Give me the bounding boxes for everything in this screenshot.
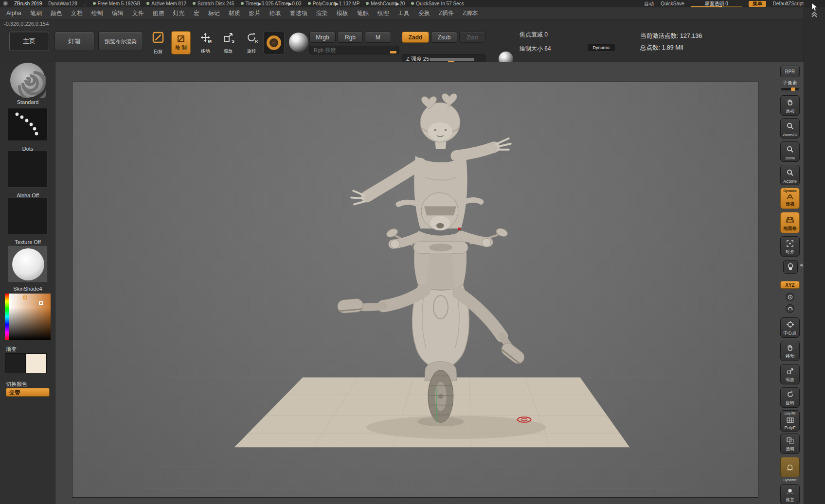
menu-macro[interactable]: 宏	[189, 7, 204, 19]
menu-stroke[interactable]: 笔触	[353, 7, 373, 19]
menu-edit[interactable]: 编辑	[108, 7, 128, 19]
actual-size-label: 100%	[785, 156, 795, 160]
menu-preferences[interactable]: 首选项	[286, 7, 312, 19]
menu-picker[interactable]: 拾取	[265, 7, 286, 19]
menu-marker[interactable]: 标记	[204, 7, 224, 19]
scroll-button[interactable]: 滚动	[780, 95, 800, 116]
edit-button[interactable]: Edit	[149, 31, 167, 54]
active-color-swatch[interactable]	[26, 353, 47, 373]
polyframe-button[interactable]: Line Fill PolyF	[780, 410, 800, 432]
color-picker[interactable]	[5, 294, 51, 340]
tray-divider-arrow-icon[interactable]: ◀	[799, 262, 803, 267]
subpixel-handle[interactable]	[791, 87, 795, 91]
menu-template[interactable]: 模板	[332, 7, 353, 19]
floor-grid-button[interactable]: 地面格	[780, 212, 800, 233]
menu-zplugin[interactable]: Z插件	[434, 7, 458, 19]
zbrush-logo-icon[interactable]	[3, 1, 8, 6]
lightbox-button[interactable]: 灯箱	[54, 32, 94, 51]
menu-document[interactable]: 文档	[67, 7, 87, 19]
zoom2d-button[interactable]: Zoom2D	[780, 118, 800, 139]
zadd-button[interactable]: Zadd	[402, 32, 429, 43]
visor	[424, 206, 456, 215]
current-brush-button[interactable]	[263, 31, 285, 54]
rotate-button[interactable]: R 旋转	[244, 32, 259, 54]
sym-toggle-icon-1[interactable]	[786, 293, 794, 301]
rgb-intensity-slider[interactable]: Rgb 强度	[309, 46, 399, 54]
xyz-button[interactable]: XYZ	[780, 281, 800, 289]
menu-draw[interactable]: 绘制	[87, 7, 108, 19]
interface-opacity-slider[interactable]: 界面透明 0	[691, 0, 742, 7]
hue-strip[interactable]	[5, 294, 9, 340]
quicksave-button[interactable]: QuickSave	[661, 1, 684, 6]
material-thumbnail[interactable]	[8, 245, 48, 282]
secondary-color-swatch[interactable]	[5, 353, 26, 373]
draw-crosshair-icon	[177, 35, 185, 43]
rgb-button[interactable]: Rgb	[338, 32, 363, 43]
menu-button[interactable]: 菜单	[749, 1, 766, 7]
zsub-button[interactable]: Zsub	[431, 32, 457, 43]
menu-transform[interactable]: 变换	[414, 7, 434, 19]
edit-pen-icon	[152, 31, 164, 44]
menu-zscript[interactable]: Z脚本	[458, 7, 482, 19]
menu-alpha[interactable]: Alpha	[2, 8, 26, 18]
total-points-count: 总点数: 1.89 Mil	[640, 44, 683, 52]
brush-thumbnail[interactable]	[10, 62, 46, 98]
texture-thumbnail[interactable]	[8, 197, 48, 234]
menu-render[interactable]: 渲染	[312, 7, 332, 19]
subpixel-label: 子像素	[780, 80, 800, 87]
status-dot-icon	[241, 2, 244, 5]
menu-material[interactable]: 材质	[224, 7, 245, 19]
default-zscript-label[interactable]: DefaultZScript	[773, 1, 804, 6]
menu-layer[interactable]: 图层	[148, 7, 169, 19]
pivot-button[interactable]: 中心点	[780, 317, 800, 338]
m-button[interactable]: M	[365, 32, 391, 43]
actual-size-button[interactable]: 100%	[780, 141, 800, 162]
home-button[interactable]: 主页	[9, 32, 49, 51]
saturation-value-square[interactable]	[9, 294, 51, 340]
menu-tool[interactable]: 工具	[394, 7, 414, 19]
local-symmetry-icon[interactable]	[783, 260, 798, 274]
preview-boolean-button[interactable]: 预览布尔渲染	[98, 32, 143, 51]
perspective-button[interactable]: Dynamic 透视	[780, 188, 800, 209]
color-selector-primary[interactable]	[23, 295, 27, 299]
horizontal-scrollbar-thumb[interactable]	[430, 58, 474, 61]
menu-brush[interactable]: 笔刷	[26, 7, 46, 19]
floor-grid-label: 地面格	[784, 226, 797, 232]
menu-file[interactable]: 文件	[128, 7, 148, 19]
switch-color-label: 切换颜色	[0, 381, 55, 388]
sym-toggle-icon-2[interactable]	[786, 304, 794, 313]
ghost-button[interactable]	[780, 457, 800, 477]
frame-button[interactable]: 对齐	[780, 236, 800, 257]
alternate-color-button[interactable]: 交替	[6, 388, 50, 397]
move-button[interactable]: M 移动	[197, 32, 213, 54]
alpha-thumbnail[interactable]	[8, 151, 48, 188]
rotate-3d-button[interactable]: 旋转	[780, 387, 800, 408]
rgb-intensity-handle[interactable]	[390, 51, 396, 53]
auto-label[interactable]: 自动	[644, 0, 654, 7]
stroke-thumbnail[interactable]	[8, 108, 48, 141]
scale-3d-button[interactable]: 缩放	[780, 364, 800, 384]
transparent-label: 透明	[786, 446, 794, 452]
menu-light[interactable]: 灯光	[169, 7, 189, 19]
subpixel-slider[interactable]	[781, 88, 799, 90]
menu-movie[interactable]: 影片	[245, 7, 265, 19]
viewport-canvas[interactable]: BPR 子像素 滚动 Zoom2D 100%	[55, 62, 804, 504]
zcut-button[interactable]: Zcut	[459, 32, 485, 43]
solo-button[interactable]: 孤立	[780, 484, 800, 504]
zbrush-document[interactable]	[72, 82, 758, 498]
polyframe-grid-icon	[787, 415, 794, 425]
aahalf-button[interactable]: AC50%	[780, 165, 800, 185]
transparent-button[interactable]: 透明	[780, 434, 800, 454]
dynamic-mode-badge[interactable]: Dynamic	[588, 44, 615, 51]
menu-texture[interactable]: 纹理	[373, 7, 394, 19]
color-selector-secondary[interactable]	[39, 301, 43, 305]
bpr-button[interactable]: BPR	[780, 66, 800, 77]
draw-button[interactable]: 绘 制	[171, 31, 191, 54]
move-3d-button[interactable]: 移动	[780, 341, 800, 361]
mrgb-button[interactable]: Mrgb	[309, 32, 336, 43]
current-material-sphere[interactable]	[289, 33, 308, 52]
z-intensity-label: Z 强度 25	[406, 55, 429, 63]
scale-button[interactable]: S 缩放	[220, 32, 236, 54]
menu-color[interactable]: 颜色	[46, 7, 67, 19]
viewport-3d-scene[interactable]	[72, 82, 758, 497]
